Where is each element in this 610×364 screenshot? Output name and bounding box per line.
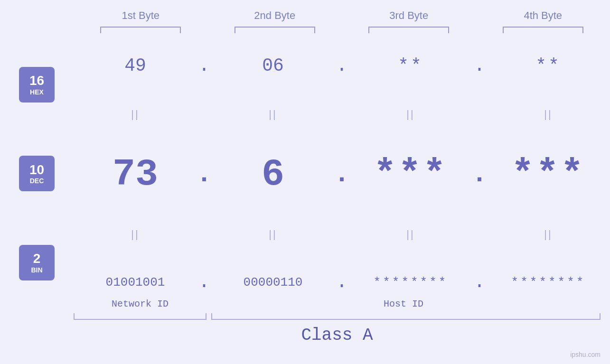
bin-sep3: .: [474, 273, 485, 292]
id-label-row: Network ID Host ID: [74, 299, 601, 309]
dec-b4-cell: ***: [487, 153, 610, 196]
hex-b1-cell: 49: [74, 56, 197, 76]
hex-b3-cell: **: [349, 56, 472, 76]
bin-b1-cell: 01001001: [74, 275, 197, 289]
watermark: ipshu.com: [570, 351, 601, 358]
equals-row-2: || || || ||: [74, 228, 610, 241]
hex-badge: 16 HEX: [19, 67, 55, 103]
bin-label: BIN: [31, 266, 42, 274]
hex-b4-value: **: [535, 56, 561, 76]
bracket-byte4: [503, 27, 583, 33]
bracket-byte1: [100, 27, 181, 33]
top-brackets: [0, 27, 610, 33]
equals-2-b2: ||: [269, 228, 277, 241]
byte1-header: 1st Byte: [74, 9, 208, 22]
base-badges: 16 HEX 10 DEC 2 BIN: [0, 40, 74, 364]
dec-b3-cell: ***: [349, 153, 472, 196]
bin-b1-value: 01001001: [106, 275, 165, 289]
dec-b2-value: 6: [262, 153, 284, 196]
bracket-byte3: [368, 27, 449, 33]
byte4-header: 4th Byte: [476, 9, 610, 22]
dec-number: 10: [29, 163, 44, 177]
byte3-header: 3rd Byte: [342, 9, 476, 22]
dec-sep1: .: [197, 161, 212, 187]
equals-2-b1: ||: [131, 228, 139, 241]
equals-2-b3: ||: [406, 228, 414, 241]
hex-b4-cell: **: [487, 56, 610, 76]
main-container: 1st Byte 2nd Byte 3rd Byte 4th Byte 16 H…: [0, 0, 610, 364]
network-bracket: [74, 313, 206, 320]
hex-sep1: .: [198, 56, 210, 75]
equals-row-1: || || || ||: [74, 108, 610, 121]
bin-number: 2: [33, 252, 41, 266]
host-bracket: [211, 313, 601, 320]
equals-1-b3: ||: [406, 108, 414, 121]
bin-row: 01001001 . 00000110 . ******** . *******…: [74, 273, 610, 292]
dec-b1-value: 73: [113, 153, 158, 196]
bin-sep2: .: [336, 273, 347, 292]
bottom-section: Network ID Host ID Class A: [74, 299, 601, 345]
equals-1-b2: ||: [269, 108, 277, 121]
hex-b3-value: **: [398, 56, 423, 76]
byte-headers: 1st Byte 2nd Byte 3rd Byte 4th Byte: [0, 9, 610, 22]
network-id-label: Network ID: [74, 299, 206, 309]
host-id-label: Host ID: [206, 299, 601, 309]
dec-label: DEC: [30, 177, 44, 185]
bracket-byte2: [235, 27, 315, 33]
bin-b4-cell: ********: [487, 275, 610, 289]
dec-b2-cell: 6: [211, 153, 335, 196]
class-label: Class A: [74, 326, 601, 345]
dec-b4-value: ***: [511, 153, 585, 196]
dec-badge: 10 DEC: [19, 156, 55, 191]
dec-row: 73 . 6 . *** . ***: [74, 153, 610, 196]
dec-sep3: .: [472, 161, 488, 187]
bin-b2-cell: 00000110: [211, 275, 335, 289]
byte2-header: 2nd Byte: [208, 9, 342, 22]
bottom-brackets: [74, 313, 601, 320]
equals-2-b4: ||: [544, 228, 552, 241]
bin-b2-value: 00000110: [244, 275, 303, 289]
dec-sep2: .: [334, 161, 350, 187]
bin-b3-cell: ********: [349, 275, 472, 289]
hex-b2-value: 06: [262, 56, 284, 76]
dec-b1-cell: 73: [74, 153, 197, 196]
bin-sep1: .: [198, 273, 210, 292]
bin-badge: 2 BIN: [19, 245, 55, 280]
equals-1-b1: ||: [131, 108, 139, 121]
hex-sep3: .: [474, 56, 485, 75]
dec-b3-value: ***: [374, 153, 448, 196]
bin-b3-value: ********: [374, 275, 448, 289]
hex-number: 16: [29, 74, 44, 88]
hex-b2-cell: 06: [211, 56, 335, 76]
hex-b1-value: 49: [124, 56, 146, 76]
equals-1-b4: ||: [544, 108, 552, 121]
bin-b4-value: ********: [511, 275, 586, 289]
hex-row: 49 . 06 . ** . **: [74, 56, 610, 76]
hex-label: HEX: [30, 88, 44, 96]
hex-sep2: .: [336, 56, 347, 75]
